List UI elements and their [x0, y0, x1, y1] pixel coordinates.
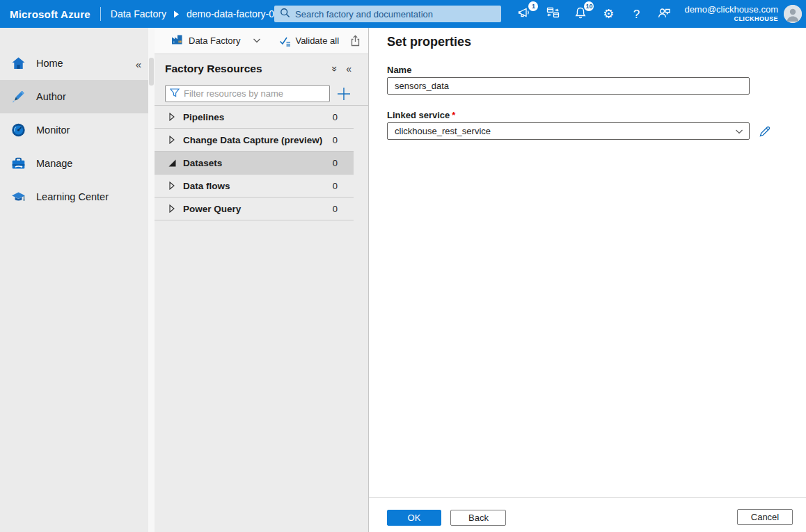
breadcrumb-factory-name[interactable]: demo-data-factory-00 [187, 8, 276, 19]
azure-brand[interactable]: Microsoft Azure [0, 8, 90, 20]
sidebar-item-monitor[interactable]: Monitor [0, 113, 148, 147]
sidebar-scrollbar-thumb[interactable] [149, 58, 154, 86]
ok-button[interactable]: OK [387, 510, 441, 526]
toolbox-manage-icon [9, 156, 27, 171]
tree-item-count: 0 [333, 204, 338, 214]
factory-menu-label[interactable]: Data Factory [189, 35, 240, 46]
tree-item-label: Power Query [183, 204, 333, 214]
tree-item-count: 0 [333, 112, 338, 122]
avatar[interactable] [784, 5, 802, 23]
sidebar-collapse-button[interactable]: « [133, 58, 144, 70]
set-properties-title: Set properties [387, 35, 788, 49]
sidebar-item-manage[interactable]: Manage [0, 147, 148, 180]
tree-item-change-data-capture[interactable]: Change Data Capture (preview) 0 [155, 129, 354, 152]
linked-service-value: clickhouse_rest_service [395, 126, 735, 136]
announcements-badge: 1 [528, 1, 538, 11]
sidebar-item-label: Manage [36, 158, 72, 169]
caret-collapsed-icon[interactable] [168, 136, 176, 144]
settings-button[interactable]: ⚙ [598, 3, 619, 24]
breadcrumb-caret-icon [173, 10, 180, 18]
pencil-author-icon [9, 89, 27, 104]
announcements-button[interactable]: 1 [514, 3, 535, 24]
required-marker: * [452, 110, 455, 120]
sidebar-item-learning-center[interactable]: Learning Center [0, 180, 148, 213]
name-input[interactable] [387, 77, 750, 95]
sidebar-item-author[interactable]: Author [0, 80, 148, 113]
linked-service-label-text: Linked service [387, 110, 450, 120]
feedback-button[interactable] [654, 3, 674, 24]
switch-windows-icon [546, 6, 560, 22]
validate-all-label: Validate all [295, 35, 339, 46]
validate-all-button[interactable]: Validate all [279, 35, 339, 47]
search-placeholder: Search factory and documentation [295, 9, 433, 19]
factory-switcher-button[interactable] [542, 3, 563, 24]
caret-expanded-icon[interactable] [168, 159, 176, 167]
data-factory-icon [171, 34, 183, 48]
edit-linked-service-button[interactable] [759, 125, 771, 138]
linked-service-label: Linked service* [387, 110, 788, 120]
sidebar-scrollbar-track[interactable] [148, 28, 155, 532]
export-share-icon[interactable] [350, 35, 361, 47]
user-email: demo@clickhouse.com [684, 5, 778, 15]
left-nav-sidebar: « Home Autho [0, 28, 148, 532]
dialog-footer: OK Back Cancel [369, 497, 806, 532]
name-field-label: Name [387, 65, 788, 75]
tree-item-pipelines[interactable]: Pipelines 0 [155, 106, 354, 129]
tree-item-count: 0 [333, 135, 338, 145]
expand-all-icon[interactable]: « [328, 66, 339, 72]
global-search-input[interactable]: Search factory and documentation [274, 6, 501, 22]
factory-resources-panel: Data Factory Validate all Factory Resou [155, 28, 369, 532]
resource-tree: Pipelines 0 Change Data Capture (preview… [155, 105, 368, 220]
factory-resources-title: Factory Resources [165, 63, 331, 75]
sidebar-item-label: Author [36, 91, 66, 102]
filter-row [165, 85, 368, 102]
factory-menu-chevron-icon[interactable] [253, 38, 261, 44]
set-properties-panel: Set properties Name Linked service* clic… [369, 28, 806, 532]
tree-item-count: 0 [333, 158, 338, 168]
sidebar-nav: Home Author [0, 28, 148, 213]
filter-resources-input[interactable] [184, 88, 316, 99]
search-icon [280, 8, 290, 21]
top-bar: Microsoft Azure Data Factory demo-data-f… [0, 0, 806, 28]
tree-item-data-flows[interactable]: Data flows 0 [155, 175, 354, 198]
funnel-filter-icon [170, 88, 180, 100]
person-feedback-icon [657, 6, 671, 22]
notifications-button[interactable]: 10 [570, 3, 591, 24]
add-resource-button[interactable] [336, 86, 351, 102]
collapse-panel-icon[interactable]: « [346, 63, 351, 74]
filter-resources-field[interactable] [165, 85, 330, 102]
tree-item-count: 0 [333, 181, 338, 191]
help-icon: ? [633, 8, 640, 20]
help-button[interactable]: ? [626, 3, 647, 24]
caret-collapsed-icon[interactable] [168, 113, 176, 121]
notifications-badge: 10 [584, 1, 594, 11]
tree-item-label: Change Data Capture (preview) [183, 135, 333, 145]
tree-item-label: Data flows [183, 181, 333, 191]
gear-icon: ⚙ [603, 8, 614, 20]
caret-collapsed-icon[interactable] [168, 204, 176, 213]
topbar-right-cluster: 1 10 ⚙ ? [507, 0, 805, 28]
sidebar-item-label: Learning Center [36, 191, 109, 202]
gauge-monitor-icon [9, 122, 27, 138]
sidebar-item-label: Home [36, 58, 63, 69]
topbar-divider [100, 7, 101, 21]
breadcrumb-data-factory[interactable]: Data Factory [111, 8, 166, 19]
sidebar-item-label: Monitor [36, 124, 70, 136]
tree-item-datasets[interactable]: Datasets 0 [155, 152, 354, 175]
caret-collapsed-icon[interactable] [168, 182, 176, 190]
tree-item-label: Datasets [183, 158, 333, 168]
tree-item-label: Pipelines [183, 112, 333, 122]
chevron-down-icon [735, 125, 743, 138]
factory-resources-header: Factory Resources « « [165, 63, 351, 75]
back-button[interactable]: Back [450, 510, 506, 526]
user-info[interactable]: demo@clickhouse.com CLICKHOUSE [684, 5, 778, 22]
user-org: CLICKHOUSE [684, 15, 778, 22]
tree-item-power-query[interactable]: Power Query 0 [155, 198, 354, 220]
cancel-button[interactable]: Cancel [737, 509, 793, 525]
home-icon [9, 56, 27, 71]
sidebar-item-home[interactable]: Home [0, 47, 148, 80]
factory-toolbar: Data Factory Validate all [155, 28, 368, 54]
linked-service-dropdown[interactable]: clickhouse_rest_service [387, 122, 750, 140]
graduation-cap-icon [9, 189, 27, 204]
